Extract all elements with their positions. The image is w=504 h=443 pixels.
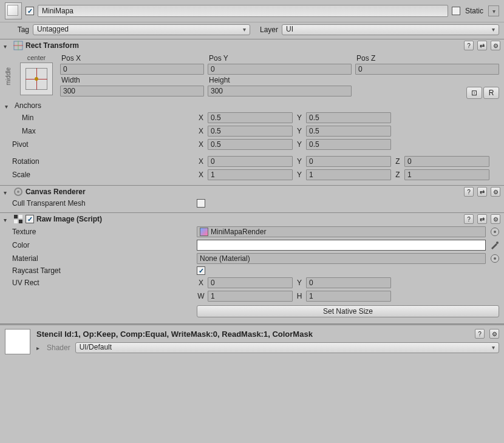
anchor-max-label: Max — [5, 127, 194, 135]
anchors-row[interactable]: Anchors — [0, 100, 504, 111]
svg-rect-8 — [19, 220, 22, 223]
gameobject-name-input[interactable] — [38, 5, 448, 17]
cull-label: Cull Transparent Mesh — [5, 199, 194, 208]
width-input[interactable] — [60, 86, 204, 96]
active-checkbox[interactable] — [26, 7, 34, 15]
tag-select[interactable]: Untagged — [33, 24, 250, 35]
canvas-renderer-icon — [13, 187, 23, 197]
gameobject-header: Static — [0, 0, 504, 22]
rotation-label: Rotation — [5, 157, 194, 166]
width-label: Width — [60, 76, 204, 84]
color-field[interactable] — [197, 240, 486, 251]
layer-select[interactable]: UI — [282, 24, 499, 35]
scale-x-input[interactable] — [208, 169, 293, 180]
svg-rect-6 — [19, 215, 22, 218]
layer-label: Layer — [254, 25, 278, 34]
material-section: Stencil Id:1, Op:Keep, Comp:Equal, Write… — [0, 324, 504, 358]
tag-label: Tag — [5, 25, 29, 34]
set-native-size-button[interactable]: Set Native Size — [197, 305, 499, 317]
canvas-renderer-section: Canvas Renderer ? ⇄ ⚙ Cull Transparent M… — [0, 186, 504, 213]
fold-icon[interactable] — [4, 215, 11, 223]
context-menu-button[interactable]: ⚙ — [491, 214, 500, 224]
eyedropper-icon[interactable] — [489, 240, 499, 250]
preset-button[interactable]: ⇄ — [477, 41, 487, 50]
svg-point-4 — [17, 191, 19, 193]
material-label: Material — [5, 254, 194, 263]
context-menu-button[interactable]: ⚙ — [489, 329, 499, 339]
rotation-x-input[interactable] — [208, 156, 293, 167]
height-label: Height — [208, 76, 352, 84]
svg-point-9 — [496, 242, 499, 244]
svg-rect-7 — [14, 220, 18, 223]
uvrect-x-input[interactable] — [208, 277, 293, 288]
static-dropdown[interactable] — [488, 5, 499, 16]
cull-checkbox[interactable] — [197, 199, 205, 208]
shader-select[interactable]: UI/Default — [75, 342, 499, 353]
svg-rect-5 — [14, 215, 18, 218]
help-button[interactable]: ? — [464, 187, 474, 197]
color-label: Color — [5, 241, 194, 249]
scale-y-input[interactable] — [306, 169, 391, 180]
height-input[interactable] — [208, 86, 352, 96]
uvrect-h-input[interactable] — [306, 291, 391, 302]
render-texture-icon — [200, 228, 208, 236]
posz-input[interactable] — [355, 64, 499, 75]
anchors-label: Anchors — [15, 101, 41, 110]
rect-transform-header[interactable]: Rect Transform ? ⇄ ⚙ — [0, 39, 504, 52]
anchor-presets-button[interactable] — [20, 63, 53, 95]
rect-transform-section: Rect Transform ? ⇄ ⚙ middle center Pos X… — [0, 39, 504, 186]
context-menu-button[interactable]: ⚙ — [491, 187, 500, 197]
rotation-z-input[interactable] — [404, 156, 489, 167]
raycast-checkbox[interactable] — [197, 266, 205, 275]
material-preview[interactable] — [5, 329, 30, 354]
uvrect-y-input[interactable] — [306, 277, 391, 288]
preset-button[interactable]: ⇄ — [477, 187, 487, 197]
raw-image-icon — [13, 214, 23, 224]
rotation-y-input[interactable] — [306, 156, 391, 167]
section-title: Raw Image (Script) — [36, 215, 460, 223]
raw-image-header[interactable]: Raw Image (Script) ? ⇄ ⚙ — [0, 213, 504, 225]
raw-image-section: Raw Image (Script) ? ⇄ ⚙ Texture MiniMap… — [0, 213, 504, 324]
pivot-y-input[interactable] — [306, 139, 391, 150]
posx-label: Pos X — [60, 54, 204, 63]
fold-icon[interactable] — [5, 102, 12, 109]
help-button[interactable]: ? — [464, 214, 474, 224]
uvrect-w-input[interactable] — [208, 291, 293, 302]
scale-label: Scale — [5, 171, 194, 179]
raycast-label: Raycast Target — [5, 266, 194, 275]
pivot-x-input[interactable] — [208, 139, 293, 150]
fold-icon[interactable] — [4, 188, 11, 195]
blueprint-mode-button[interactable]: ⊡ — [466, 87, 482, 99]
material-title: Stencil Id:1, Op:Keep, Comp:Equal, Write… — [36, 330, 470, 339]
tag-layer-row: Tag Untagged Layer UI — [0, 22, 504, 39]
anchor-v-label: middle — [5, 67, 12, 85]
anchor-min-x-input[interactable] — [208, 112, 293, 123]
raw-image-enabled-checkbox[interactable] — [26, 215, 34, 223]
canvas-renderer-header[interactable]: Canvas Renderer ? ⇄ ⚙ — [0, 186, 504, 198]
rect-transform-icon — [13, 41, 23, 50]
posy-input[interactable] — [208, 64, 352, 75]
texture-label: Texture — [5, 228, 194, 236]
posz-label: Pos Z — [355, 54, 499, 63]
fold-icon[interactable] — [4, 42, 11, 49]
scale-z-input[interactable] — [404, 169, 489, 180]
anchor-min-y-input[interactable] — [306, 112, 391, 123]
raw-edit-button[interactable]: R — [483, 87, 499, 99]
pivot-label: Pivot — [5, 140, 194, 149]
anchor-max-y-input[interactable] — [306, 126, 391, 137]
preset-button[interactable]: ⇄ — [477, 214, 487, 224]
material-field[interactable]: None (Material) — [197, 253, 486, 264]
anchor-max-x-input[interactable] — [208, 126, 293, 137]
gameobject-icon[interactable] — [5, 2, 22, 19]
section-title: Rect Transform — [26, 41, 460, 50]
fold-icon[interactable] — [36, 343, 42, 352]
object-picker-button[interactable] — [491, 228, 499, 236]
texture-field[interactable]: MiniMapaRender — [197, 226, 486, 237]
posx-input[interactable] — [60, 64, 204, 75]
static-checkbox[interactable] — [452, 7, 460, 15]
object-picker-button[interactable] — [491, 254, 499, 263]
posy-label: Pos Y — [208, 54, 352, 63]
help-button[interactable]: ? — [475, 329, 485, 339]
help-button[interactable]: ? — [464, 41, 474, 50]
context-menu-button[interactable]: ⚙ — [491, 41, 500, 50]
